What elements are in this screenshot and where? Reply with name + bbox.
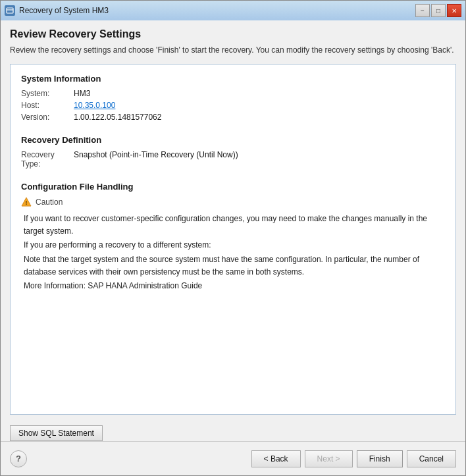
host-row: Host: 10.35.0.100 bbox=[21, 101, 445, 110]
warning-icon: ! bbox=[21, 197, 32, 207]
finish-button[interactable]: Finish bbox=[357, 450, 403, 467]
recovery-type-row: Recovery Type: Snapshot (Point-in-Time R… bbox=[21, 150, 445, 169]
show-sql-button[interactable]: Show SQL Statement bbox=[10, 425, 103, 441]
recovery-def-heading: Recovery Definition bbox=[21, 135, 445, 145]
version-value: 1.00.122.05.1481577062 bbox=[74, 113, 161, 122]
recovery-type-value: Snapshot (Point-in-Time Recovery (Until … bbox=[74, 150, 238, 169]
bottom-area: Show SQL Statement bbox=[1, 420, 465, 441]
host-label: Host: bbox=[21, 101, 74, 110]
system-label: System: bbox=[21, 89, 74, 98]
caution-line-4: More Information: SAP HANA Administratio… bbox=[24, 280, 445, 292]
caution-row: ! Caution bbox=[21, 197, 445, 207]
footer: ? < Back Next > Finish Cancel bbox=[1, 441, 465, 475]
svg-text:!: ! bbox=[26, 199, 28, 206]
window-title: Recovery of System HM3 bbox=[19, 6, 109, 15]
maximize-button[interactable]: □ bbox=[431, 4, 446, 17]
recovery-type-label: Recovery Type: bbox=[21, 150, 74, 169]
version-label: Version: bbox=[21, 113, 74, 122]
version-row: Version: 1.00.122.05.1481577062 bbox=[21, 113, 445, 122]
system-row: System: HM3 bbox=[21, 89, 445, 98]
divider-2 bbox=[21, 171, 445, 182]
main-window: Recovery of System HM3 − □ ✕ Review Reco… bbox=[0, 0, 466, 476]
close-button[interactable]: ✕ bbox=[447, 4, 461, 17]
minimize-button[interactable]: − bbox=[415, 4, 430, 17]
title-bar-buttons: − □ ✕ bbox=[415, 4, 461, 17]
config-handling-heading: Configuration File Handling bbox=[21, 182, 445, 192]
divider-1 bbox=[21, 124, 445, 135]
title-bar: Recovery of System HM3 − □ ✕ bbox=[1, 1, 465, 20]
back-button[interactable]: < Back bbox=[251, 450, 301, 467]
system-value: HM3 bbox=[74, 89, 90, 98]
footer-left: ? bbox=[10, 450, 27, 467]
help-button[interactable]: ? bbox=[10, 450, 27, 467]
cancel-button[interactable]: Cancel bbox=[407, 450, 456, 467]
caution-body: If you want to recover customer-specific… bbox=[21, 213, 445, 292]
svg-rect-0 bbox=[7, 8, 13, 13]
caution-line-1: If you want to recover customer-specific… bbox=[24, 213, 445, 238]
host-value[interactable]: 10.35.0.100 bbox=[74, 101, 115, 110]
page-description: Review the recovery settings and choose … bbox=[10, 44, 456, 56]
caution-label: Caution bbox=[36, 198, 63, 207]
page-title: Review Recovery Settings bbox=[10, 28, 456, 40]
title-bar-left: Recovery of System HM3 bbox=[5, 5, 109, 16]
caution-line-3: Note that the target system and the sour… bbox=[24, 253, 445, 278]
window-icon bbox=[5, 5, 15, 16]
caution-line-2: If you are performing a recovery to a di… bbox=[24, 239, 445, 251]
footer-right: < Back Next > Finish Cancel bbox=[251, 450, 456, 467]
system-info-heading: System Information bbox=[21, 74, 445, 84]
content-panel: System Information System: HM3 Host: 10.… bbox=[10, 64, 456, 415]
next-button[interactable]: Next > bbox=[305, 450, 353, 467]
main-content: Review Recovery Settings Review the reco… bbox=[1, 20, 465, 420]
